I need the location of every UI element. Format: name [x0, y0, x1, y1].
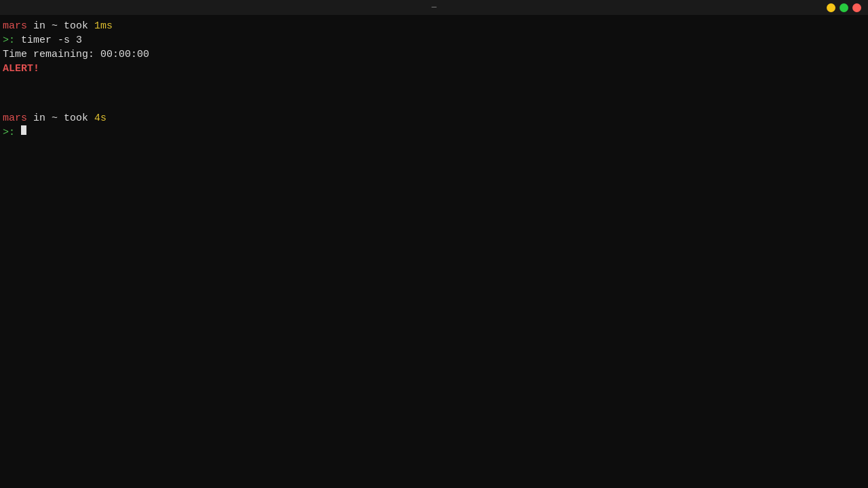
- spacer-2: [3, 94, 865, 111]
- active-prompt-symbol: >:: [3, 125, 15, 140]
- command-line-1: >: timer -s 3: [3, 33, 865, 47]
- command-prompt-1: >:: [3, 33, 15, 47]
- close-button[interactable]: [852, 3, 861, 12]
- prompt-location-1: in ~ took: [27, 19, 94, 33]
- time-remaining-line: Time remaining: 00:00:00: [3, 47, 865, 62]
- cursor: [21, 125, 26, 135]
- prompt-time-1: 1ms: [94, 19, 113, 33]
- time-remaining-value: 00:00:00: [100, 47, 149, 62]
- window-controls: [827, 3, 861, 12]
- command-text-1: timer -s 3: [15, 33, 82, 47]
- alert-text: ALERT!: [3, 62, 39, 76]
- prompt-space: [15, 125, 21, 140]
- title-bar: —: [0, 0, 868, 15]
- active-prompt-line[interactable]: >:: [3, 125, 865, 140]
- spacer: [3, 76, 865, 94]
- prompt-host-2: mars: [3, 111, 27, 125]
- alert-line: ALERT!: [3, 62, 865, 76]
- maximize-button[interactable]: [840, 3, 848, 12]
- time-remaining-label: Time remaining:: [3, 47, 100, 62]
- prompt-host-1: mars: [3, 19, 27, 33]
- prompt-location-2: in ~ took: [27, 111, 94, 125]
- terminal-content: mars in ~ took 1ms >: timer -s 3 Time re…: [0, 15, 868, 144]
- title-bar-title: —: [431, 2, 436, 14]
- prompt-line-1: mars in ~ took 1ms: [3, 19, 865, 33]
- prompt-line-2: mars in ~ took 4s: [3, 111, 865, 125]
- prompt-time-2: 4s: [94, 111, 106, 125]
- minimize-button[interactable]: [827, 3, 835, 12]
- terminal-window: — mars in ~ took 1ms >: timer -s 3 Time …: [0, 0, 868, 488]
